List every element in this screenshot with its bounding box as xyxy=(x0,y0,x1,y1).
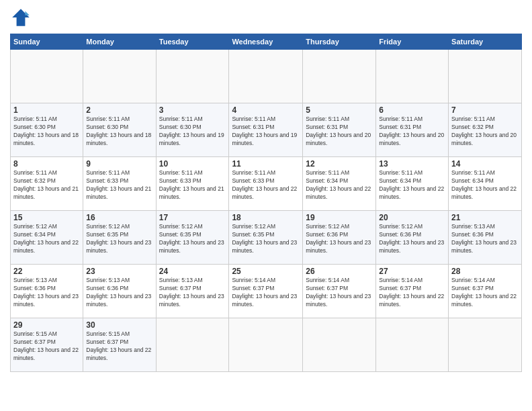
dow-header-cell: Monday xyxy=(83,34,156,50)
day-number: 4 xyxy=(232,105,300,115)
calendar-cell: 24Sunrise: 5:13 AMSunset: 6:37 PMDayligh… xyxy=(156,265,229,318)
calendar-cell xyxy=(449,318,522,372)
calendar-cell: 30Sunrise: 5:15 AMSunset: 6:37 PMDayligh… xyxy=(83,318,156,372)
day-info: Sunrise: 5:11 AMSunset: 6:33 PMDaylight:… xyxy=(86,169,152,201)
day-number: 25 xyxy=(232,267,300,276)
day-number: 24 xyxy=(159,267,226,276)
calendar-cell: 19Sunrise: 5:12 AMSunset: 6:36 PMDayligh… xyxy=(303,211,376,265)
day-number: 9 xyxy=(86,159,152,169)
day-info: Sunrise: 5:13 AMSunset: 6:37 PMDaylight:… xyxy=(159,277,226,309)
calendar-cell: 25Sunrise: 5:14 AMSunset: 6:37 PMDayligh… xyxy=(229,265,303,318)
day-number: 19 xyxy=(306,213,373,222)
calendar-cell: 3Sunrise: 5:11 AMSunset: 6:30 PMDaylight… xyxy=(156,103,229,157)
svg-marker-0 xyxy=(12,9,30,26)
calendar-cell: 21Sunrise: 5:13 AMSunset: 6:36 PMDayligh… xyxy=(449,211,522,265)
day-number: 26 xyxy=(306,267,373,276)
calendar-cell: 9Sunrise: 5:11 AMSunset: 6:33 PMDaylight… xyxy=(83,157,156,211)
day-info: Sunrise: 5:14 AMSunset: 6:37 PMDaylight:… xyxy=(451,277,519,309)
day-info: Sunrise: 5:11 AMSunset: 6:31 PMDaylight:… xyxy=(306,116,373,148)
calendar-cell xyxy=(156,318,229,372)
day-number: 7 xyxy=(451,105,519,115)
calendar-cell xyxy=(229,50,303,103)
calendar-cell xyxy=(229,318,303,372)
calendar-cell: 22Sunrise: 5:13 AMSunset: 6:36 PMDayligh… xyxy=(11,265,83,318)
calendar-cell: 26Sunrise: 5:14 AMSunset: 6:37 PMDayligh… xyxy=(303,265,376,318)
day-number: 3 xyxy=(159,105,226,115)
calendar-cell xyxy=(449,50,522,103)
day-info: Sunrise: 5:12 AMSunset: 6:34 PMDaylight:… xyxy=(13,223,80,255)
day-info: Sunrise: 5:11 AMSunset: 6:30 PMDaylight:… xyxy=(159,116,226,148)
calendar-cell xyxy=(303,50,376,103)
logo-icon xyxy=(10,7,32,28)
day-number: 21 xyxy=(451,213,519,222)
calendar-cell: 5Sunrise: 5:11 AMSunset: 6:31 PMDaylight… xyxy=(303,103,376,157)
calendar-cell: 13Sunrise: 5:11 AMSunset: 6:34 PMDayligh… xyxy=(376,157,449,211)
day-number: 16 xyxy=(86,213,152,222)
day-number: 6 xyxy=(379,105,445,115)
calendar-cell: 1Sunrise: 5:11 AMSunset: 6:30 PMDaylight… xyxy=(11,103,83,157)
day-info: Sunrise: 5:13 AMSunset: 6:36 PMDaylight:… xyxy=(86,277,152,309)
dow-header-cell: Thursday xyxy=(303,34,376,50)
day-number: 13 xyxy=(379,159,445,169)
day-number: 10 xyxy=(159,159,226,169)
calendar-cell: 23Sunrise: 5:13 AMSunset: 6:36 PMDayligh… xyxy=(83,265,156,318)
calendar-cell: 7Sunrise: 5:11 AMSunset: 6:32 PMDaylight… xyxy=(449,103,522,157)
day-number: 11 xyxy=(232,159,300,169)
calendar-cell xyxy=(11,50,83,103)
calendar-cell: 28Sunrise: 5:14 AMSunset: 6:37 PMDayligh… xyxy=(449,265,522,318)
day-info: Sunrise: 5:13 AMSunset: 6:36 PMDaylight:… xyxy=(451,223,519,255)
day-info: Sunrise: 5:11 AMSunset: 6:31 PMDaylight:… xyxy=(232,116,300,148)
day-info: Sunrise: 5:11 AMSunset: 6:34 PMDaylight:… xyxy=(379,169,445,201)
day-info: Sunrise: 5:11 AMSunset: 6:33 PMDaylight:… xyxy=(232,169,300,201)
dow-header-cell: Sunday xyxy=(11,34,83,50)
calendar-cell: 18Sunrise: 5:12 AMSunset: 6:35 PMDayligh… xyxy=(229,211,303,265)
day-number: 1 xyxy=(13,105,80,115)
day-info: Sunrise: 5:12 AMSunset: 6:35 PMDaylight:… xyxy=(232,223,300,255)
day-info: Sunrise: 5:12 AMSunset: 6:36 PMDaylight:… xyxy=(306,223,373,255)
dow-header-cell: Wednesday xyxy=(229,34,303,50)
day-info: Sunrise: 5:14 AMSunset: 6:37 PMDaylight:… xyxy=(379,277,445,309)
calendar-cell: 16Sunrise: 5:12 AMSunset: 6:35 PMDayligh… xyxy=(83,211,156,265)
day-info: Sunrise: 5:11 AMSunset: 6:32 PMDaylight:… xyxy=(451,116,519,148)
page: SundayMondayTuesdayWednesdayThursdayFrid… xyxy=(0,0,532,411)
calendar-cell xyxy=(156,50,229,103)
day-number: 17 xyxy=(159,213,226,222)
day-info: Sunrise: 5:15 AMSunset: 6:37 PMDaylight:… xyxy=(13,330,80,363)
day-info: Sunrise: 5:11 AMSunset: 6:30 PMDaylight:… xyxy=(86,116,152,148)
calendar-cell: 15Sunrise: 5:12 AMSunset: 6:34 PMDayligh… xyxy=(11,211,83,265)
day-number: 18 xyxy=(232,213,300,222)
calendar-cell: 17Sunrise: 5:12 AMSunset: 6:35 PMDayligh… xyxy=(156,211,229,265)
day-info: Sunrise: 5:12 AMSunset: 6:36 PMDaylight:… xyxy=(379,223,445,255)
calendar-cell xyxy=(376,50,449,103)
day-info: Sunrise: 5:11 AMSunset: 6:34 PMDaylight:… xyxy=(451,169,519,201)
calendar-cell: 27Sunrise: 5:14 AMSunset: 6:37 PMDayligh… xyxy=(376,265,449,318)
day-info: Sunrise: 5:11 AMSunset: 6:31 PMDaylight:… xyxy=(379,116,445,148)
day-number: 30 xyxy=(86,320,152,330)
day-number: 22 xyxy=(13,267,80,276)
calendar-cell xyxy=(83,50,156,103)
day-number: 20 xyxy=(379,213,445,222)
calendar-cell: 6Sunrise: 5:11 AMSunset: 6:31 PMDaylight… xyxy=(376,103,449,157)
calendar-cell: 29Sunrise: 5:15 AMSunset: 6:37 PMDayligh… xyxy=(11,318,83,372)
calendar-cell: 4Sunrise: 5:11 AMSunset: 6:31 PMDaylight… xyxy=(229,103,303,157)
day-number: 14 xyxy=(451,159,519,169)
day-info: Sunrise: 5:11 AMSunset: 6:32 PMDaylight:… xyxy=(13,169,80,201)
day-number: 5 xyxy=(306,105,373,115)
calendar-cell: 11Sunrise: 5:11 AMSunset: 6:33 PMDayligh… xyxy=(229,157,303,211)
dow-header-cell: Saturday xyxy=(449,34,522,50)
calendar-cell: 8Sunrise: 5:11 AMSunset: 6:32 PMDaylight… xyxy=(11,157,83,211)
day-number: 23 xyxy=(86,267,152,276)
calendar-cell: 2Sunrise: 5:11 AMSunset: 6:30 PMDaylight… xyxy=(83,103,156,157)
day-number: 15 xyxy=(13,213,80,222)
header xyxy=(10,7,522,28)
day-info: Sunrise: 5:15 AMSunset: 6:37 PMDaylight:… xyxy=(86,330,152,363)
day-number: 2 xyxy=(86,105,152,115)
day-number: 12 xyxy=(306,159,373,169)
day-info: Sunrise: 5:12 AMSunset: 6:35 PMDaylight:… xyxy=(159,223,226,255)
dow-header-cell: Tuesday xyxy=(156,34,229,50)
day-info: Sunrise: 5:13 AMSunset: 6:36 PMDaylight:… xyxy=(13,277,80,309)
day-info: Sunrise: 5:12 AMSunset: 6:35 PMDaylight:… xyxy=(86,223,152,255)
day-number: 8 xyxy=(13,159,80,169)
calendar-cell: 14Sunrise: 5:11 AMSunset: 6:34 PMDayligh… xyxy=(449,157,522,211)
day-info: Sunrise: 5:14 AMSunset: 6:37 PMDaylight:… xyxy=(306,277,373,309)
